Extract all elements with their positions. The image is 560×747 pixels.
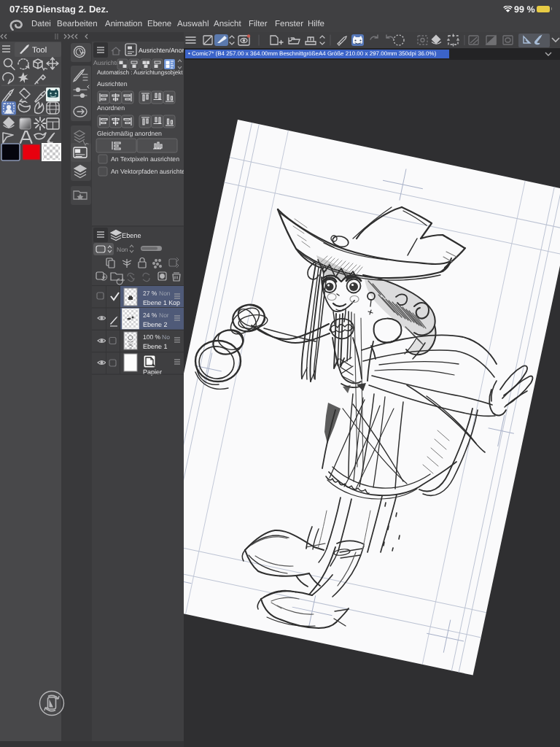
svg-text:100 %: 100 % (143, 333, 161, 341)
svg-text:Non: Non (159, 290, 171, 297)
svg-text:Ausrichten: Ausrichten (97, 80, 128, 88)
svg-text:Gleichmäßig anordnen: Gleichmäßig anordnen (97, 130, 162, 137)
svg-text:Automatisch : Ausrichtungsobje: Automatisch : Ausrichtungsobjekt (97, 69, 183, 76)
svg-text:27 %: 27 % (143, 290, 158, 297)
svg-text:An Vektorpfaden ausrichten: An Vektorpfaden ausrichten (111, 168, 184, 175)
svg-text:Tool: Tool (32, 46, 47, 55)
svg-text:No: No (162, 333, 170, 341)
svg-text:Ebene 1 Kop: Ebene 1 Kop (143, 299, 180, 306)
svg-text:Nor: Nor (159, 311, 169, 319)
svg-text:Ebene 1: Ebene 1 (143, 343, 168, 350)
svg-text:24 %: 24 % (143, 311, 158, 319)
svg-text:An Textpixeln ausrichten: An Textpixeln ausrichten (111, 155, 179, 163)
svg-text:Non: Non (117, 246, 128, 253)
svg-text:Ausrichten/Anord: Ausrichten/Anord (139, 47, 184, 54)
svg-text:Ebene 2: Ebene 2 (143, 321, 168, 328)
svg-text:Anordnen: Anordnen (97, 104, 125, 112)
svg-text:Ebene: Ebene (122, 232, 141, 239)
svg-text:Ausrichtu: Ausrichtu (93, 59, 120, 66)
